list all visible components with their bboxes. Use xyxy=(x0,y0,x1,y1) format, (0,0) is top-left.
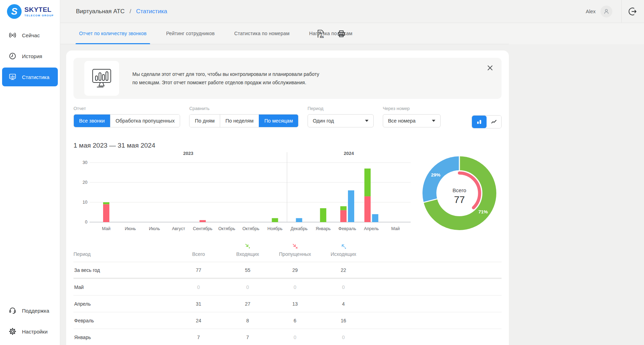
sidebar-item-settings[interactable]: Настройки xyxy=(2,322,58,341)
filter-via-number: Через номер Все номера xyxy=(383,106,441,127)
month-label: Август xyxy=(172,226,185,231)
missed-call-icon xyxy=(292,243,298,249)
month-label: Июнь xyxy=(125,226,136,231)
donut-chart-wrap: 71% 29% Всего 77 xyxy=(421,155,498,234)
report-option-0[interactable]: Все звонки xyxy=(74,115,110,127)
period-select-value: Один год xyxy=(313,118,334,124)
month-label: Май xyxy=(391,226,400,231)
filter-compare: Сравнить По днямПо неделямПо месяцам xyxy=(189,106,298,127)
month-label: Июль xyxy=(149,226,160,231)
breadcrumb-root[interactable]: Виртуальная АТС xyxy=(76,8,125,15)
chevron-down-icon xyxy=(365,120,368,122)
logo-icon: S xyxy=(7,4,22,19)
donut-inner-arc xyxy=(439,173,480,213)
breadcrumb-separator: / xyxy=(130,8,131,15)
cell-total: 0 xyxy=(173,284,224,290)
bar-incoming xyxy=(364,168,371,196)
banner-text: Мы сделали этот отчет для того, чтобы вы… xyxy=(132,70,319,87)
column-icon xyxy=(196,243,202,249)
logout-icon xyxy=(628,7,637,16)
calls-donut-chart[interactable]: 71% 29% Всего 77 xyxy=(421,155,498,232)
date-range-heading: 1 мая 2023 — 31 мая 2024 xyxy=(73,142,502,149)
table-row[interactable]: За весь год 77 55 29 22 xyxy=(73,262,502,279)
report-option-1[interactable]: Обработка пропущенных xyxy=(110,115,180,127)
filter-compare-label: Сравнить xyxy=(189,106,298,111)
y-axis-tick: 0 xyxy=(85,220,87,225)
bar-outgoing xyxy=(372,214,378,222)
line-chart-toggle-button[interactable] xyxy=(487,116,501,128)
cell-incoming: 8 xyxy=(224,318,271,323)
breadcrumb-current[interactable]: Статистика xyxy=(136,8,167,15)
table-column-header[interactable]: Входящих xyxy=(224,243,271,257)
table-body: За весь год 77 55 29 22 Май 0 0 0 0 xyxy=(73,262,502,345)
incoming-call-icon xyxy=(245,243,251,249)
sidebar-item-label: Поддержка xyxy=(22,308,49,314)
settings-icon xyxy=(8,327,17,336)
month-label: Ноябрь xyxy=(267,226,282,231)
sidebar-item-label: История xyxy=(22,53,42,59)
via-number-select[interactable]: Все номера xyxy=(383,114,441,127)
banner-line-2: по месяцам. Этот отчет поможет работе от… xyxy=(132,78,319,87)
bar-incoming xyxy=(320,208,326,222)
cell-missed: 29 xyxy=(271,267,319,273)
month-label: Октябрь xyxy=(242,226,259,231)
month-label: Февраль xyxy=(339,226,356,231)
sidebar-item-support[interactable]: Поддержка xyxy=(2,301,58,320)
bar-chart-toggle-button[interactable] xyxy=(472,116,487,128)
cell-total: 31 xyxy=(173,301,224,307)
tab-1[interactable]: Рейтинг сотрудников xyxy=(166,23,215,44)
person-icon xyxy=(603,8,610,15)
tab-label: Отчет по количеству звонков xyxy=(79,31,147,36)
bar-missed xyxy=(364,196,371,222)
compare-option-2[interactable]: По месяцам xyxy=(259,115,298,127)
period-select[interactable]: Один год xyxy=(308,114,374,127)
tab-label: Статистика по номерам xyxy=(234,31,289,36)
table-column-header[interactable]: Исходящих xyxy=(319,243,368,257)
top-bar: Виртуальная АТС / Статистика Alex xyxy=(60,0,644,23)
tab-2[interactable]: Статистика по номерам xyxy=(234,23,289,44)
history-icon xyxy=(8,52,17,61)
print-button[interactable] xyxy=(335,28,347,40)
compare-option-0[interactable]: По дням xyxy=(189,115,220,127)
user-name: Alex xyxy=(586,9,596,14)
month-label: Апрель xyxy=(364,226,379,231)
compare-option-1[interactable]: По неделям xyxy=(220,115,259,127)
cell-total: 77 xyxy=(173,267,224,273)
support-icon xyxy=(8,306,17,315)
report-segmented-control: Все звонкиОбработка пропущенных xyxy=(73,114,180,127)
app-logo[interactable]: S SKYTEL TELECOM GROUP xyxy=(0,0,60,23)
banner-icon-box xyxy=(84,61,119,96)
cell-incoming: 27 xyxy=(224,301,271,307)
table-column-header[interactable]: Период xyxy=(73,243,173,257)
month-label: Декабрь xyxy=(290,226,308,231)
donut-slice-label: 71% xyxy=(478,209,488,214)
info-banner: Мы сделали этот отчет для того, чтобы вы… xyxy=(73,58,502,99)
bar-missed xyxy=(200,220,206,222)
filter-report: Отчет Все звонкиОбработка пропущенных xyxy=(73,106,180,127)
user-avatar[interactable] xyxy=(600,6,612,17)
logout-button[interactable] xyxy=(622,0,644,23)
sidebar-item-history[interactable]: История xyxy=(2,47,58,65)
cell-total: 7 xyxy=(173,335,224,340)
column-label: Всего xyxy=(192,251,205,257)
table-row[interactable]: Апрель 31 27 13 4 xyxy=(73,296,502,312)
stats-icon xyxy=(8,72,17,81)
table-row[interactable]: Май 0 0 0 0 xyxy=(73,279,502,296)
export-xls-button[interactable]: xls xyxy=(315,28,326,40)
sidebar-item-live[interactable]: Сейчас xyxy=(2,26,58,45)
tab-0[interactable]: Отчет по количеству звонков xyxy=(79,23,147,44)
sidebar-item-stats[interactable]: Статистика xyxy=(2,68,58,86)
calls-bar-chart[interactable]: 010203020232024МайИюньИюльАвгустСентябрь… xyxy=(73,150,415,234)
year-label: 2023 xyxy=(183,151,193,156)
table-column-header[interactable]: Пропущенных xyxy=(271,243,319,257)
bar-incoming xyxy=(103,202,109,204)
banner-close-button[interactable] xyxy=(486,64,494,72)
table-column-header[interactable]: Всего xyxy=(173,243,224,257)
bar-outgoing xyxy=(296,218,302,222)
cell-missed: 0 xyxy=(271,284,319,290)
table-row[interactable]: Февраль 24 8 6 16 xyxy=(73,312,502,329)
cell-period: За весь год xyxy=(73,267,173,273)
cell-incoming: 0 xyxy=(224,284,271,290)
via-number-select-value: Все номера xyxy=(388,118,416,124)
table-row[interactable]: Январь 7 7 0 0 xyxy=(73,329,502,345)
